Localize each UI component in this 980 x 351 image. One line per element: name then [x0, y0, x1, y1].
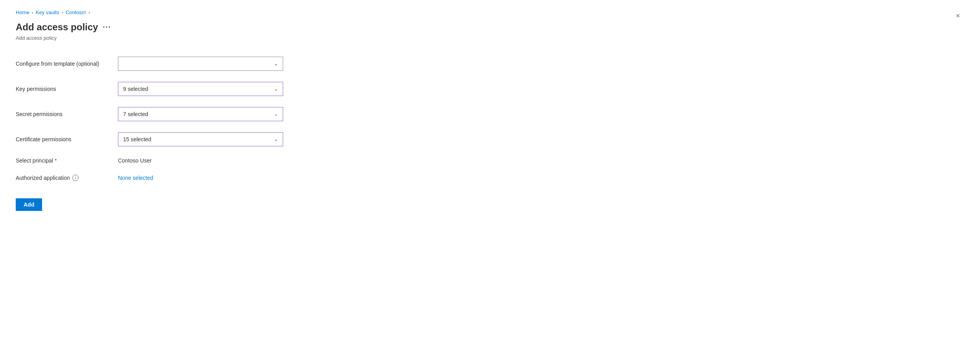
close-button[interactable]: ×: [952, 9, 964, 22]
key-permissions-value: 9 selected: [123, 86, 148, 92]
secret-permissions-dropdown[interactable]: 7 selected ⌄: [118, 107, 283, 121]
secret-permissions-label: Secret permissions: [16, 111, 118, 117]
select-principal-row: Select principal* Contoso User: [16, 157, 330, 164]
configure-template-dropdown[interactable]: ⌄: [118, 57, 283, 71]
breadcrumb-key-vaults[interactable]: Key vaults: [36, 9, 59, 15]
secret-permissions-control: 7 selected ⌄: [118, 107, 283, 121]
certificate-permissions-row: Certificate permissions 15 selected ⌄: [16, 132, 330, 146]
configure-template-label: Configure from template (optional): [16, 61, 118, 67]
add-button[interactable]: Add: [16, 198, 42, 211]
key-permissions-row: Key permissions 9 selected ⌄: [16, 82, 330, 96]
breadcrumb-contoso[interactable]: Contoso\: [66, 9, 86, 15]
authorized-application-label: Authorized application i: [16, 175, 118, 181]
breadcrumb: Home › Key vaults › Contoso\ ›: [16, 9, 964, 15]
certificate-permissions-dropdown[interactable]: 15 selected ⌄: [118, 132, 283, 146]
certificate-permissions-value: 15 selected: [123, 136, 151, 142]
configure-template-chevron-icon: ⌄: [274, 61, 278, 67]
page-container: Home › Key vaults › Contoso\ › Add acces…: [0, 0, 980, 351]
page-title: Add access policy: [16, 22, 98, 33]
auth-app-label-container: Authorized application i: [16, 175, 118, 181]
secret-permissions-row: Secret permissions 7 selected ⌄: [16, 107, 330, 121]
key-permissions-dropdown[interactable]: 9 selected ⌄: [118, 82, 283, 96]
info-icon[interactable]: i: [72, 175, 79, 181]
configure-template-row: Configure from template (optional) ⌄: [16, 57, 330, 71]
none-selected-link[interactable]: None selected: [118, 175, 153, 181]
certificate-permissions-label: Certificate permissions: [16, 136, 118, 142]
secret-permissions-value: 7 selected: [123, 111, 148, 117]
breadcrumb-separator-1: ›: [32, 10, 33, 15]
select-principal-label: Select principal*: [16, 157, 118, 164]
key-permissions-chevron-icon: ⌄: [274, 86, 278, 92]
breadcrumb-home[interactable]: Home: [16, 9, 29, 15]
page-subtitle: Add access policy: [16, 35, 964, 41]
configure-template-control: ⌄: [118, 57, 283, 71]
key-permissions-label: Key permissions: [16, 86, 118, 92]
certificate-permissions-control: 15 selected ⌄: [118, 132, 283, 146]
required-indicator: *: [55, 157, 57, 164]
authorized-application-row: Authorized application i None selected: [16, 175, 330, 181]
auth-app-label-text: Authorized application: [16, 175, 70, 181]
certificate-permissions-chevron-icon: ⌄: [274, 137, 278, 142]
breadcrumb-separator-2: ›: [62, 10, 63, 15]
select-principal-control: Contoso User: [118, 157, 283, 164]
more-options-button[interactable]: ···: [103, 23, 111, 31]
authorized-application-control: None selected: [118, 175, 283, 181]
page-header: Add access policy ···: [16, 22, 964, 33]
form-container: Configure from template (optional) ⌄ Key…: [16, 57, 330, 211]
secret-permissions-chevron-icon: ⌄: [274, 111, 278, 117]
principal-value: Contoso User: [118, 157, 152, 164]
key-permissions-control: 9 selected ⌄: [118, 82, 283, 96]
breadcrumb-separator-3: ›: [88, 10, 90, 15]
